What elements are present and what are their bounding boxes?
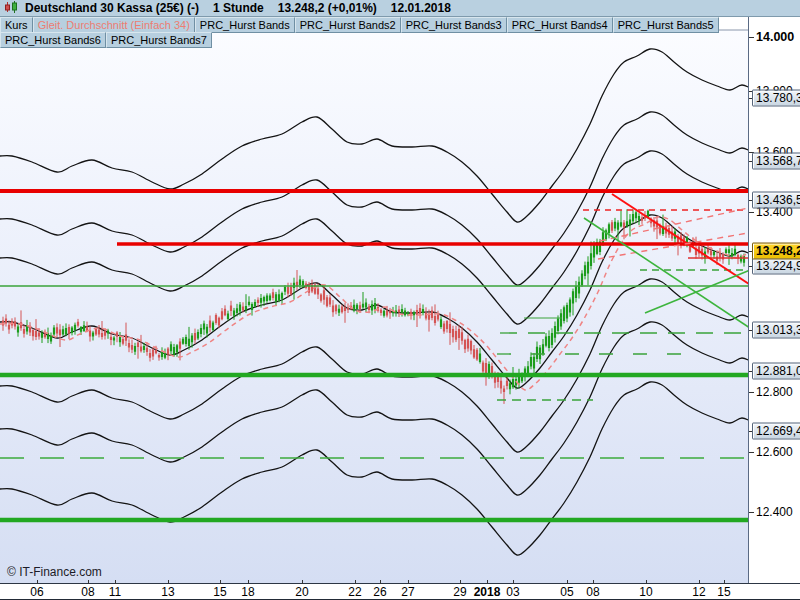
x-axis-tick-label: 03 (506, 585, 519, 599)
price-chart (0, 0, 800, 600)
x-axis-tick-label: 15 (213, 585, 226, 599)
y-tick-mark (749, 37, 754, 38)
price-axis[interactable]: 14.00013.80013.60013.40012.80012.60012.4… (748, 16, 800, 583)
timeframe-label[interactable]: 1 Stunde (213, 1, 264, 15)
title-bar: Deutschland 30 Kassa (25€) (-) 1 Stunde … (0, 0, 800, 17)
tab-prc-hurst-bands4[interactable]: PRC_Hurst Bands4 (507, 17, 613, 33)
y-axis-tick-label: 12.400 (756, 505, 793, 519)
x-axis-tick-label: 22 (348, 585, 361, 599)
tab-prc-hurst-bands3[interactable]: PRC_Hurst Bands3 (401, 17, 507, 33)
y-axis-tick-label: 14.000 (756, 30, 794, 44)
x-axis-tick-label: 26 (373, 585, 386, 599)
tab-prc-hurst-bands[interactable]: PRC_Hurst Bands (195, 17, 295, 33)
x-tick-mark (487, 580, 488, 584)
x-tick-mark (460, 580, 461, 584)
x-axis-tick-label: 2018 (474, 585, 501, 599)
x-tick-mark (88, 580, 89, 584)
x-tick-mark (513, 580, 514, 584)
y-axis-tick-label: 12.800 (756, 385, 793, 399)
x-tick-mark (115, 580, 116, 584)
tab-prc-hurst-bands2[interactable]: PRC_Hurst Bands2 (295, 17, 401, 33)
last-price-label: 13.248,2 (752, 243, 800, 260)
quote-date: 12.01.2018 (391, 1, 451, 15)
x-axis-tick-label: 27 (401, 585, 414, 599)
watermark-copyright: © IT-Finance.com (7, 565, 102, 579)
x-tick-mark (593, 580, 594, 584)
y-tick-mark (749, 452, 754, 453)
candlestick-icon (4, 0, 19, 17)
band-value-label: 13.224,9 (752, 258, 800, 275)
trend-line (612, 194, 752, 286)
x-axis-tick-label: 12 (692, 585, 705, 599)
x-axis-tick-label: 15 (717, 585, 730, 599)
last-price-change: 13.248,2 (+0,01%) (278, 1, 377, 15)
tab-prc-hurst-bands6[interactable]: PRC_Hurst Bands6 (0, 32, 106, 48)
x-tick-mark (724, 580, 725, 584)
x-axis-tick-label: 08 (81, 585, 94, 599)
tab-gleit-durchschnitt[interactable]: Gleit. Durchschnitt (Einfach 34) (33, 17, 195, 33)
y-tick-mark (749, 212, 754, 213)
x-axis-tick-label: 29 (453, 585, 466, 599)
x-axis-tick-label: 11 (109, 585, 121, 599)
x-axis-tick-label: 18 (241, 585, 254, 599)
x-tick-mark (699, 580, 700, 584)
x-tick-mark (37, 580, 38, 584)
band-value-label: 13.780,3 (752, 90, 800, 107)
x-tick-mark (220, 580, 221, 584)
x-tick-mark (168, 580, 169, 584)
x-axis-tick-label: 13 (161, 585, 174, 599)
x-tick-mark (380, 580, 381, 584)
instrument-title[interactable]: Deutschland 30 Kassa (25€) (-) (25, 1, 199, 15)
tab-prc-hurst-bands7[interactable]: PRC_Hurst Bands7 (106, 32, 212, 48)
charting-app-window: Deutschland 30 Kassa (25€) (-) 1 Stunde … (0, 0, 800, 600)
y-tick-mark (749, 392, 754, 393)
band-value-label: 12.669,4 (752, 423, 800, 440)
x-tick-mark (355, 580, 356, 584)
indicator-tabs-row-2: PRC_Hurst Bands6 PRC_Hurst Bands7 (0, 32, 212, 48)
band-value-label: 13.436,5 (752, 192, 800, 209)
date-axis[interactable]: 06081113151820222627292018030508101215 (0, 583, 800, 600)
y-tick-mark (749, 512, 754, 513)
trend-line (645, 270, 750, 313)
x-axis-tick-label: 06 (30, 585, 43, 599)
tab-kurs[interactable]: Kurs (0, 17, 33, 33)
indicator-tabs-row-1: Kurs Gleit. Durchschnitt (Einfach 34) PR… (0, 17, 719, 33)
x-tick-mark (567, 580, 568, 584)
x-tick-mark (302, 580, 303, 584)
x-axis-tick-label: 08 (586, 585, 599, 599)
x-axis-tick-label: 05 (560, 585, 573, 599)
tab-prc-hurst-bands5[interactable]: PRC_Hurst Bands5 (613, 17, 719, 33)
x-axis-tick-label: 20 (295, 585, 308, 599)
x-tick-mark (408, 580, 409, 584)
band-value-label: 13.013,3 (752, 322, 800, 339)
band-value-label: 12.881,0 (752, 363, 800, 380)
x-axis-tick-label: 10 (639, 585, 652, 599)
x-tick-mark (248, 580, 249, 584)
band-value-label: 13.568,7 (752, 153, 800, 170)
x-tick-mark (646, 580, 647, 584)
y-axis-tick-label: 12.600 (756, 445, 793, 459)
